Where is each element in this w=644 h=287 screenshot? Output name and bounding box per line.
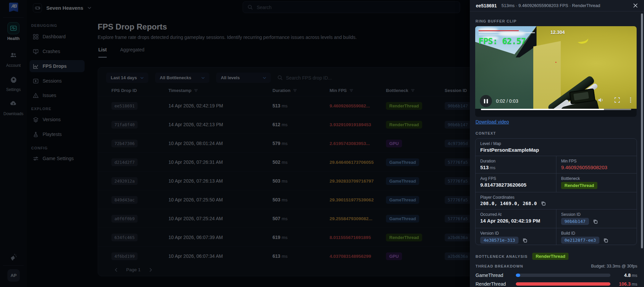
thread-bar-track bbox=[516, 274, 610, 277]
rail-item-settings[interactable]: Settings bbox=[0, 73, 27, 92]
build-id-badge[interactable]: 0e2128f7-ee3 bbox=[561, 237, 599, 244]
timestamp-cell: 10 Apr 2026, 07:26:31 AM bbox=[168, 159, 273, 165]
min-fps-cell: 29.2558479309082... bbox=[330, 216, 386, 221]
copy-icon[interactable] bbox=[603, 238, 608, 243]
session-id-badge[interactable]: 57776fa5 bbox=[445, 177, 471, 185]
kebab-menu-icon[interactable] bbox=[630, 97, 631, 103]
date-range-filter[interactable]: Last 14 days bbox=[106, 73, 148, 83]
sidebar-item-versions[interactable]: Versions bbox=[30, 113, 85, 126]
copy-icon[interactable] bbox=[523, 238, 527, 243]
download-video-link[interactable]: Download video bbox=[476, 119, 509, 125]
session-id-badge[interactable]: 57776fa5 bbox=[445, 215, 471, 223]
tab-aggregated[interactable]: Aggregated bbox=[120, 47, 144, 58]
column-header: Min FPS bbox=[330, 88, 386, 93]
nav-label: Dashboard bbox=[43, 34, 66, 39]
filter-value: Last 14 days bbox=[111, 75, 137, 80]
rail-label: Settings bbox=[0, 87, 27, 92]
fps-drop-id-search-input[interactable] bbox=[286, 75, 360, 81]
sidebar-item-playtests[interactable]: Playtests bbox=[30, 128, 85, 140]
copy-icon[interactable] bbox=[593, 219, 598, 224]
users-icon bbox=[7, 49, 19, 61]
section-label-threads: THREAD BREAKDOWN bbox=[476, 264, 523, 268]
timestamp-cell: 10 Apr 2026, 06:07:39 AM bbox=[168, 235, 273, 240]
panel-scrollbar[interactable] bbox=[641, 13, 643, 248]
nav-section-title: EXPLORE bbox=[31, 107, 51, 111]
table-row[interactable]: 4f6bd199 10 Apr 2026, 06:07:34 AM 613ms … bbox=[98, 246, 523, 265]
flask-icon bbox=[33, 132, 39, 137]
level-filter[interactable]: All levels bbox=[216, 73, 271, 83]
page-description: Explore frame rate drops detected during… bbox=[98, 35, 357, 40]
rail-label: Downloads bbox=[0, 111, 27, 116]
thread-breakdown-header: THREAD BREAKDOWN Budget: 33.3ms @ 30fps bbox=[476, 264, 637, 269]
version-id-badge[interactable]: 4e38571e-313 bbox=[480, 237, 518, 244]
debug-text-line bbox=[479, 34, 519, 35]
session-id-badge[interactable]: 90b6b147 bbox=[561, 218, 589, 225]
announcements-button[interactable] bbox=[0, 251, 27, 263]
session-id-badge[interactable]: a2bd636a bbox=[445, 252, 471, 260]
bottleneck-cell: GPU bbox=[386, 253, 445, 259]
sort-icon[interactable] bbox=[194, 89, 198, 92]
volume-icon[interactable] bbox=[598, 97, 604, 103]
table-row[interactable]: 2492012a 10 Apr 2026, 07:26:13 AM 503ms … bbox=[98, 171, 523, 190]
session-id-badge[interactable]: a2bd636a bbox=[445, 234, 471, 241]
close-icon[interactable] bbox=[633, 3, 638, 8]
sort-icon[interactable] bbox=[293, 89, 297, 92]
user-avatar[interactable]: AP bbox=[7, 269, 20, 282]
duration-cell: 507ms bbox=[273, 216, 330, 221]
session-id-badge[interactable]: 90b6b147 bbox=[445, 102, 471, 110]
tab-list[interactable]: List bbox=[98, 47, 107, 58]
prev-page-button[interactable] bbox=[115, 268, 117, 272]
table-row[interactable]: 849d43ac 10 Apr 2026, 07:25:50 AM 503ms … bbox=[98, 190, 523, 209]
table-row[interactable]: 71fa8f40 14 Apr 2026, 02:42:13 PM 612ms … bbox=[98, 115, 523, 134]
game-selector[interactable]: Seven Heavens bbox=[33, 3, 91, 12]
session-id-badge[interactable]: 57776fa5 bbox=[445, 158, 471, 166]
sort-icon[interactable] bbox=[411, 89, 415, 92]
line-chart-icon bbox=[33, 63, 39, 69]
sidebar-item-issues[interactable]: Issues bbox=[30, 89, 85, 101]
sidebar-item-game-settings[interactable]: Game Settings bbox=[30, 152, 85, 164]
chevron-down-icon bbox=[140, 77, 144, 79]
table-row[interactable]: a0f6f0b9 10 Apr 2026, 07:25:24 AM 507ms … bbox=[98, 209, 523, 228]
session-id-badge[interactable]: 57776fa5 bbox=[445, 196, 471, 204]
table-row[interactable]: ee518691 14 Apr 2026, 02:42:19 PM 513ms … bbox=[98, 96, 523, 115]
session-id-badge[interactable]: 4c97305d bbox=[445, 140, 471, 147]
copy-icon[interactable] bbox=[541, 201, 546, 206]
table-search[interactable] bbox=[278, 75, 360, 81]
rail-item-account[interactable]: Account bbox=[0, 49, 27, 68]
min-fps-cell: 3.932910919189453 bbox=[330, 122, 386, 127]
timestamp-cell: 10 Apr 2026, 07:25:50 AM bbox=[168, 197, 273, 202]
next-page-button[interactable] bbox=[149, 268, 152, 272]
fullscreen-icon[interactable] bbox=[614, 97, 620, 103]
fps-drop-id-badge: ee518691 bbox=[111, 102, 138, 110]
gamepad-icon bbox=[33, 3, 42, 12]
sidebar-item-fps-drops[interactable]: FPS Drops bbox=[30, 60, 85, 72]
timestamp-cell: 10 Apr 2026, 06:07:34 AM bbox=[168, 253, 273, 259]
table-row[interactable]: d214d2f7 10 Apr 2026, 07:26:31 AM 502ms … bbox=[98, 152, 523, 171]
chevron-down-icon bbox=[201, 77, 205, 79]
thread-name: GameThread bbox=[476, 273, 516, 278]
sidebar-item-sessions[interactable]: Sessions bbox=[30, 75, 85, 87]
thread-row-renderthread: RenderThread 106.3ms bbox=[476, 281, 637, 287]
fps-counter-overlay: FPS: 62.57 bbox=[479, 36, 526, 46]
crosshair-dot bbox=[555, 62, 556, 63]
sort-icon[interactable] bbox=[349, 89, 353, 92]
session-id-badge[interactable]: 90b6b147 bbox=[445, 121, 471, 129]
sidebar-item-crashes[interactable]: Crashes bbox=[30, 45, 85, 57]
app-logo[interactable]: AB bbox=[9, 3, 18, 12]
video-progress-bar[interactable] bbox=[481, 109, 631, 110]
rail-item-health[interactable]: Health bbox=[0, 22, 27, 41]
ring-buffer-video-player[interactable]: FPS: 62.57 12.304 0:02 / 0:03 bbox=[475, 26, 637, 117]
first-person-gun bbox=[542, 77, 616, 109]
drop-id: ee518691 bbox=[476, 3, 497, 8]
min-fps-cell: 29.646406173706055 bbox=[330, 159, 386, 165]
bottleneck-filter[interactable]: All Bottlenecks bbox=[155, 73, 209, 83]
table-row[interactable]: 634fc465 10 Apr 2026, 06:07:39 AM 619ms … bbox=[98, 228, 523, 246]
nav-section-title: DEBUGGING bbox=[31, 23, 57, 28]
rail-item-downloads[interactable]: Downloads bbox=[0, 97, 27, 116]
pause-button[interactable] bbox=[480, 95, 492, 107]
sidebar-item-dashboard[interactable]: Dashboard bbox=[30, 31, 85, 43]
nav-label: FPS Drops bbox=[43, 63, 67, 69]
min-fps-cell: 2.6195743083953... bbox=[330, 141, 386, 146]
table-row[interactable]: 72b47306 10 Apr 2026, 08:01:24 AM 579ms … bbox=[98, 134, 523, 152]
bottleneck-analysis-row: BOTTLENECK ANALYSIS RenderThread bbox=[476, 253, 568, 260]
